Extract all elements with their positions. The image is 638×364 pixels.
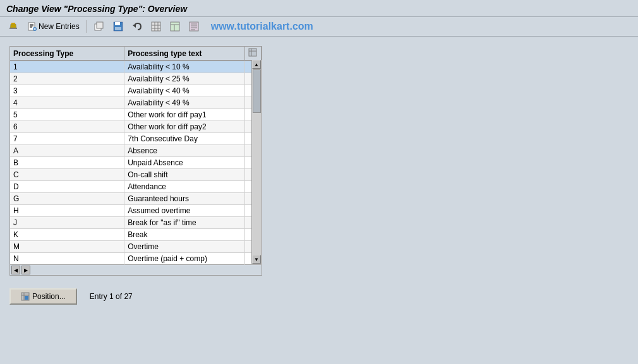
table-row[interactable]: 2Availability < 25 % <box>10 73 262 85</box>
new-entries-icon <box>27 21 37 32</box>
processing-type-cell: H <box>10 205 124 217</box>
table2-button[interactable] <box>167 20 183 33</box>
processing-text-cell: Availability < 49 % <box>124 97 245 109</box>
processing-type-cell: J <box>10 217 124 229</box>
table-row[interactable]: AAbsence <box>10 145 262 157</box>
table-row[interactable]: 1Availability < 10 % <box>10 61 262 73</box>
processing-text-cell: Absence <box>124 145 245 157</box>
processing-text-cell: Overtime <box>124 241 245 253</box>
toolbar-separator <box>87 20 87 33</box>
footer: Position... Entry 1 of 27 <box>0 282 638 311</box>
main-content: Processing Type Processing type text 1Av… <box>0 37 638 282</box>
page-title: Change View "Processing Type": Overview <box>6 4 632 14</box>
processing-type-cell: M <box>10 241 124 253</box>
processing-type-cell: D <box>10 181 124 193</box>
entry-info: Entry 1 of 27 <box>90 292 133 301</box>
processing-type-cell: 1 <box>10 61 124 73</box>
processing-text-cell: Assumed overtime <box>124 205 245 217</box>
table-header-row: Processing Type Processing type text <box>10 47 262 61</box>
processing-text-cell: Overtime (paid + comp) <box>124 253 245 265</box>
table-row[interactable]: JBreak for "as if" time <box>10 217 262 229</box>
column-selector-icon <box>248 48 257 57</box>
save-button[interactable] <box>110 20 126 33</box>
svg-rect-14 <box>115 27 121 30</box>
save-icon <box>113 21 123 32</box>
processing-text-cell: Attendance <box>124 181 245 193</box>
scroll-up-button[interactable]: ▲ <box>252 60 261 69</box>
table-row[interactable]: COn-call shift <box>10 169 262 181</box>
processing-text-cell: 7th Consecutive Day <box>124 133 245 145</box>
horizontal-scroll-row: ◀ ▶ <box>10 265 262 276</box>
scroll-left-button[interactable]: ◀ <box>11 266 20 274</box>
processing-type-cell: N <box>10 253 124 265</box>
horizontal-scrollbar: ◀ ▶ <box>11 266 243 274</box>
table-row[interactable]: 6Other work for diff pay2 <box>10 121 262 133</box>
table-row[interactable]: 5Other work for diff pay1 <box>10 109 262 121</box>
svg-rect-2 <box>11 23 15 24</box>
processing-type-cell: 6 <box>10 121 124 133</box>
processing-text-cell: On-call shift <box>124 169 245 181</box>
table-row[interactable]: GGuaranteed hours <box>10 193 262 205</box>
vertical-scrollbar[interactable]: ▲ ▼ <box>251 60 262 264</box>
watermark: www.tutorialkart.com <box>211 21 313 32</box>
scroll-down-button[interactable]: ▼ <box>252 255 261 264</box>
table-row[interactable]: 3Availability < 40 % <box>10 85 262 97</box>
svg-rect-11 <box>97 22 103 28</box>
data-table-container: Processing Type Processing type text 1Av… <box>9 46 262 276</box>
processing-type-cell: 2 <box>10 73 124 85</box>
new-entries-button[interactable]: New Entries <box>24 20 83 33</box>
toolbar: New Entries <box>0 17 638 37</box>
header-icon-cell[interactable] <box>244 47 261 61</box>
list-button[interactable] <box>186 20 202 33</box>
svg-rect-16 <box>152 22 160 31</box>
processing-type-cell: 3 <box>10 85 124 97</box>
table-row[interactable]: HAssumed overtime <box>10 205 262 217</box>
data-table: Processing Type Processing type text 1Av… <box>10 47 262 275</box>
processing-type-cell: K <box>10 229 124 241</box>
svg-marker-15 <box>133 24 136 28</box>
col-processing-text-header: Processing type text <box>124 47 245 61</box>
processing-text-cell: Break <box>124 229 245 241</box>
scroll-thumb <box>253 69 261 113</box>
table-row[interactable]: BUnpaid Absence <box>10 157 262 169</box>
scroll-right-button[interactable]: ▶ <box>21 266 30 274</box>
processing-type-cell: 5 <box>10 109 124 121</box>
processing-text-cell: Availability < 25 % <box>124 73 245 85</box>
horiz-scroll-cell: ◀ ▶ <box>10 265 244 276</box>
table-row[interactable]: MOvertime <box>10 241 262 253</box>
table-row[interactable]: 77th Consecutive Day <box>10 133 262 145</box>
svg-marker-1 <box>10 24 16 28</box>
scroll-track <box>252 114 262 255</box>
table-row[interactable]: 4Availability < 49 % <box>10 97 262 109</box>
svg-rect-35 <box>25 296 28 300</box>
grid-button[interactable] <box>148 20 164 33</box>
new-entries-label: New Entries <box>39 22 80 31</box>
pencil-icon <box>8 21 18 32</box>
processing-type-cell: 7 <box>10 133 124 145</box>
edit-icon-btn[interactable] <box>5 20 21 33</box>
processing-text-cell: Other work for diff pay1 <box>124 109 245 121</box>
processing-type-cell: A <box>10 145 124 157</box>
processing-type-cell: 4 <box>10 97 124 109</box>
list-icon <box>189 21 199 32</box>
table-row[interactable]: KBreak <box>10 229 262 241</box>
processing-text-cell: Unpaid Absence <box>124 157 245 169</box>
position-icon <box>21 292 30 301</box>
col-processing-type-header: Processing Type <box>10 47 124 61</box>
processing-text-cell: Guaranteed hours <box>124 193 245 205</box>
svg-rect-29 <box>249 49 256 56</box>
grid-icon <box>151 21 161 32</box>
table2-icon <box>170 21 180 32</box>
table-row[interactable]: NOvertime (paid + comp) <box>10 253 262 265</box>
processing-text-cell: Availability < 10 % <box>124 61 245 73</box>
title-bar: Change View "Processing Type": Overview <box>0 0 638 17</box>
svg-rect-0 <box>9 28 17 29</box>
table-row[interactable]: DAttendance <box>10 181 262 193</box>
position-btn-label: Position... <box>32 292 66 301</box>
processing-type-cell: B <box>10 157 124 169</box>
undo-button[interactable] <box>129 20 145 33</box>
position-button[interactable]: Position... <box>9 288 77 305</box>
copy-button[interactable] <box>91 20 107 33</box>
processing-text-cell: Availability < 40 % <box>124 85 245 97</box>
svg-rect-21 <box>171 22 179 31</box>
